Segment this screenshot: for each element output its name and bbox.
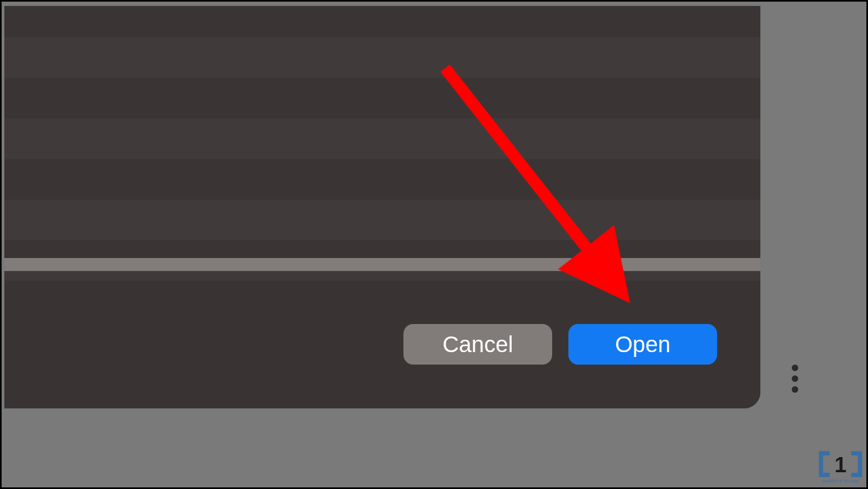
file-dialog-window: Cancel Open <box>4 6 760 408</box>
file-row[interactable] <box>4 200 760 240</box>
file-row[interactable] <box>4 6 760 37</box>
file-row[interactable] <box>4 37 760 78</box>
watermark-text: GADGETS TO USE <box>822 479 859 483</box>
watermark-logo: 1 GADGETS TO USE <box>819 451 862 483</box>
cancel-button[interactable]: Cancel <box>403 324 552 365</box>
dialog-buttons: Cancel Open <box>403 324 717 365</box>
list-divider <box>4 258 760 271</box>
open-button[interactable]: Open <box>568 324 717 365</box>
file-row[interactable] <box>4 78 760 118</box>
file-list <box>4 6 760 281</box>
watermark-number: 1 <box>834 453 846 477</box>
file-row[interactable] <box>4 159 760 200</box>
more-options-icon[interactable] <box>792 365 798 393</box>
file-row[interactable] <box>4 118 760 159</box>
list-divider-shadow <box>4 271 760 281</box>
